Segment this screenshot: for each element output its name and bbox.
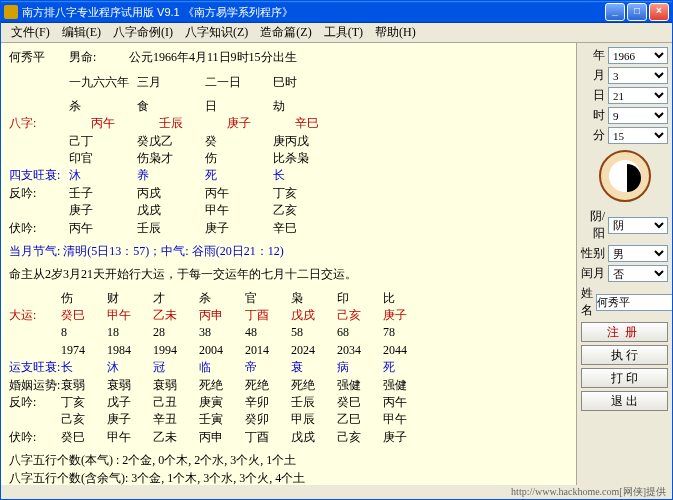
- bagua-icon: [599, 150, 651, 202]
- fan-label: 反吟:: [9, 185, 69, 202]
- app-icon: [4, 5, 18, 19]
- bazi-pillar: 丙午: [91, 115, 159, 132]
- titlebar[interactable]: 南方排八字专业程序试用版 V9.1 《南方易学系列程序》 _ □ ×: [1, 1, 672, 23]
- yinyang-select[interactable]: 阴: [608, 217, 668, 234]
- menu-help[interactable]: 帮助(H): [369, 22, 422, 43]
- person-name: 何秀平: [9, 49, 69, 66]
- dayun-note: 命主从2岁3月21天开始行大运，于每一交运年的七月十二日交运。: [9, 266, 568, 283]
- day-cn: 二一日: [205, 74, 273, 91]
- menu-knowledge[interactable]: 八字知识(Z): [179, 22, 254, 43]
- app-window: 南方排八字专业程序试用版 V9.1 《南方易学系列程序》 _ □ × 文件(F)…: [0, 0, 673, 500]
- client-area: 何秀平 男命: 公元1966年4月11日9时15分出生 一九六六年 三月 二一日…: [1, 43, 672, 485]
- canggan-god: 伤枭才: [137, 150, 205, 167]
- bazi-pillar: 辛巳: [295, 115, 363, 132]
- fu-label: 伏吟:: [9, 220, 69, 237]
- menu-file[interactable]: 文件(F): [5, 22, 56, 43]
- wang: 沐: [69, 167, 137, 184]
- hour-select[interactable]: 9: [608, 107, 668, 124]
- leap-select[interactable]: 否: [608, 265, 668, 282]
- menu-zaoming[interactable]: 造命篇(Z): [254, 22, 317, 43]
- menu-edit[interactable]: 编辑(E): [56, 22, 107, 43]
- menu-cases[interactable]: 八字命例(I): [107, 22, 179, 43]
- shishen: 杀: [69, 98, 137, 115]
- content-pane: 何秀平 男命: 公元1966年4月11日9时15分出生 一九六六年 三月 二一日…: [1, 43, 576, 485]
- register-button[interactable]: 注册: [581, 322, 668, 342]
- month-cn: 三月: [137, 74, 205, 91]
- maximize-button[interactable]: □: [627, 3, 647, 21]
- sex-select[interactable]: 男: [608, 245, 668, 262]
- footer-credit: http://www.hackhome.com[网侠]提供: [1, 485, 672, 499]
- month-select[interactable]: 3: [608, 67, 668, 84]
- menu-tools[interactable]: 工具(T): [318, 22, 369, 43]
- name-input[interactable]: [596, 294, 672, 311]
- menubar: 文件(F) 编辑(E) 八字命例(I) 八字知识(Z) 造命篇(Z) 工具(T)…: [1, 23, 672, 43]
- exit-button[interactable]: 退 出: [581, 391, 668, 411]
- canggan-god: 比杀枭: [273, 150, 341, 167]
- wang: 养: [137, 167, 205, 184]
- shishen: 劫: [273, 98, 341, 115]
- gender-label: 男命:: [69, 49, 129, 66]
- window-title: 南方排八字专业程序试用版 V9.1 《南方易学系列程序》: [22, 5, 603, 20]
- birth-text: 公元1966年4月11日9时15分出生: [129, 49, 297, 66]
- min-select[interactable]: 15: [608, 127, 668, 144]
- canggan: 癸: [205, 133, 273, 150]
- close-button[interactable]: ×: [649, 3, 669, 21]
- bazi-label: 八字:: [9, 115, 77, 132]
- year-select[interactable]: 1966: [608, 47, 668, 64]
- wuxing-l1: 八字五行个数(本气) : 2个金, 0个木, 2个水, 3个火, 1个土: [9, 452, 568, 469]
- year-cn: 一九六六年: [69, 74, 137, 91]
- canggan: 庚丙戊: [273, 133, 341, 150]
- sidebar: 年1966 月3 日21 时9 分15 阴/阳阴 性别男 闰月否 姓名 注册 执…: [576, 43, 672, 485]
- canggan-god: 伤: [205, 150, 273, 167]
- bazi-pillar: 庚子: [227, 115, 295, 132]
- wang: 死: [205, 167, 273, 184]
- dayun-label: 大运:: [9, 307, 61, 324]
- run-button[interactable]: 执 行: [581, 345, 668, 365]
- shishen: 食: [137, 98, 205, 115]
- minimize-button[interactable]: _: [605, 3, 625, 21]
- canggan: 己丁: [69, 133, 137, 150]
- print-button[interactable]: 打 印: [581, 368, 668, 388]
- canggan: 癸戊乙: [137, 133, 205, 150]
- wuxing-l2: 八字五行个数(含余气): 3个金, 1个木, 3个水, 3个火, 4个土: [9, 470, 568, 485]
- bazi-pillar: 壬辰: [159, 115, 227, 132]
- jieqi-line: 当月节气: 清明(5日13：57)；中气: 谷雨(20日21：12): [9, 243, 568, 260]
- shishen: 日: [205, 98, 273, 115]
- fanyin: 壬子: [69, 185, 137, 202]
- hour-cn: 巳时: [273, 74, 341, 91]
- day-select[interactable]: 21: [608, 87, 668, 104]
- wang: 长: [273, 167, 341, 184]
- canggan-god: 印官: [69, 150, 137, 167]
- wang-label: 四支旺衰:: [9, 167, 69, 184]
